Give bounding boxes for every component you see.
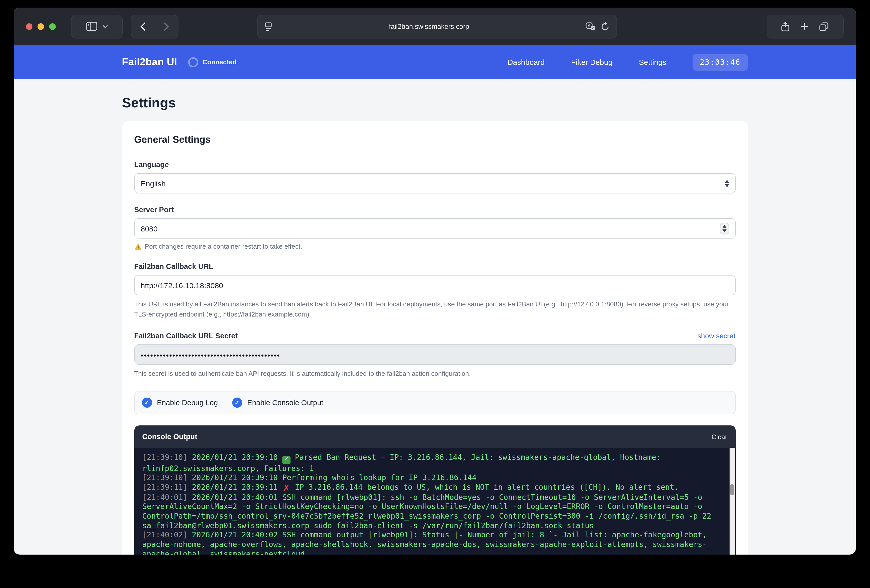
reload-icon[interactable] (601, 22, 610, 31)
app-brand[interactable]: Fail2ban UI (122, 56, 177, 68)
page-content: Settings General Settings Language Engli… (14, 79, 856, 555)
close-window-button[interactable] (26, 23, 33, 30)
console-scrollbar-thumb[interactable] (730, 484, 734, 496)
debug-log-checkbox-item[interactable]: ✓ Enable Debug Log (142, 398, 218, 408)
number-stepper[interactable] (720, 223, 729, 234)
console-output-checkbox[interactable]: ✓ (232, 398, 242, 408)
chevron-down-icon (102, 25, 108, 28)
url-text[interactable]: fail2ban.swissmakers.corp (273, 22, 586, 30)
language-label: Language (134, 160, 735, 169)
minimize-window-button[interactable] (37, 23, 44, 30)
console-scrollbar[interactable] (729, 448, 734, 555)
zoom-window-button[interactable] (49, 23, 56, 30)
toolbar-right-buttons (767, 15, 844, 38)
callback-url-help: This URL is used by all Fail2Ban instanc… (134, 299, 735, 320)
log-entry: [21:39:10] 2026/01/21 20:39:10 Parsed Ba… (142, 453, 722, 473)
history-nav-buttons (131, 15, 179, 38)
callback-secret-input[interactable]: ••••••••••••••••••••••••••••••••••••••••… (134, 344, 735, 365)
log-entry: [21:40:02] 2026/01/21 20:40:02 SSH comma… (142, 530, 722, 555)
reader-icon[interactable] (265, 22, 273, 31)
success-icon (282, 456, 290, 464)
app-navbar: Fail2ban UI Connected Dashboard Filter D… (14, 45, 856, 79)
failure-icon (282, 484, 290, 493)
desktop: fail2ban.swissmakers.corp A x (0, 0, 870, 588)
sidebar-toggle-button[interactable] (71, 15, 123, 38)
language-select[interactable]: English (134, 173, 735, 193)
translate-icon[interactable]: A x (586, 22, 596, 31)
server-port-section: Server Port 8080 (134, 206, 735, 250)
sidebar-icon (86, 22, 97, 31)
warning-icon (134, 243, 142, 250)
clear-console-button[interactable]: Clear (712, 433, 727, 441)
callback-url-section: Fail2ban Callback URL http://172.16.10.1… (134, 262, 735, 320)
general-settings-card: General Settings Language English (122, 121, 748, 555)
show-secret-link[interactable]: show secret (698, 332, 735, 340)
forward-button[interactable] (155, 15, 178, 38)
server-port-input[interactable]: 8080 (134, 218, 735, 239)
log-options-panel: ✓ Enable Debug Log ✓ Enable Console Outp… (134, 391, 735, 414)
address-bar[interactable]: fail2ban.swissmakers.corp A x (257, 15, 617, 38)
traffic-lights (26, 23, 56, 30)
status-ring-icon (188, 57, 198, 67)
console-output-label: Enable Console Output (247, 399, 323, 407)
server-port-label: Server Port (134, 206, 735, 214)
new-tab-icon[interactable] (801, 22, 808, 30)
share-icon[interactable] (782, 22, 790, 31)
callback-url-label: Fail2ban Callback URL (134, 262, 735, 270)
log-entry: [21:39:10] 2026/01/21 20:39:10 Performin… (142, 473, 722, 483)
console-header: Console Output Clear (134, 426, 735, 448)
connection-status: Connected (188, 57, 237, 67)
language-section: Language English (134, 160, 735, 193)
browser-titlebar: fail2ban.swissmakers.corp A x (14, 7, 856, 45)
console-output-checkbox-item[interactable]: ✓ Enable Console Output (232, 398, 323, 408)
svg-text:x: x (592, 25, 594, 30)
console-title: Console Output (142, 433, 198, 441)
log-entry: [21:40:01] 2026/01/21 20:40:01 SSH comma… (142, 493, 722, 530)
callback-secret-help: This secret is used to authenticate ban … (134, 369, 735, 379)
status-label: Connected (203, 58, 237, 66)
svg-text:A: A (588, 23, 591, 28)
card-title: General Settings (134, 134, 735, 146)
debug-log-checkbox[interactable]: ✓ (142, 398, 152, 408)
nav-link-dashboard[interactable]: Dashboard (508, 58, 545, 66)
console-body[interactable]: [21:39:10] 2026/01/21 20:39:10 Parsed Ba… (134, 448, 735, 555)
clock-badge: 23:03:46 (693, 53, 748, 71)
page-title: Settings (122, 95, 748, 111)
debug-log-label: Enable Debug Log (157, 399, 218, 407)
callback-secret-label: Fail2ban Callback URL Secret (134, 332, 238, 340)
console-panel: Console Output Clear [21:39:10] 2026/01/… (134, 426, 735, 555)
browser-window: fail2ban.swissmakers.corp A x (14, 7, 856, 555)
callback-secret-section: Fail2ban Callback URL Secret show secret… (134, 332, 735, 379)
tab-overview-icon[interactable] (819, 22, 829, 31)
port-warning: Port changes require a container restart… (134, 243, 735, 250)
nav-link-filter-debug[interactable]: Filter Debug (571, 58, 612, 66)
select-chevrons-icon (725, 180, 729, 187)
callback-url-input[interactable]: http://172.16.10.18:8080 (134, 275, 735, 295)
log-entry: [21:39:11] 2026/01/21 20:39:11 IP 3.216.… (142, 483, 722, 493)
back-button[interactable] (131, 15, 154, 38)
nav-link-settings[interactable]: Settings (639, 58, 666, 66)
